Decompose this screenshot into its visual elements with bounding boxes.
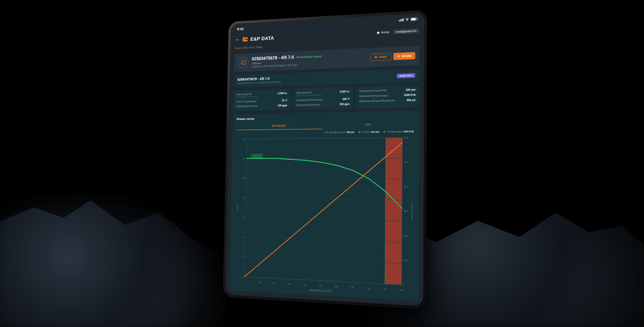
app-title: E&P DATA — [250, 35, 274, 42]
svg-text:60: 60 — [242, 216, 244, 219]
legend-torque: Full load torque: 5200 ft-lb — [384, 130, 414, 133]
gear-icon — [240, 59, 247, 66]
svg-line-9 — [305, 138, 307, 280]
svg-line-25 — [245, 257, 402, 263]
stats-card-operational: Operational Fit(@ Oper. Temp & Mud Swell… — [293, 87, 353, 110]
stat-value: 109 rpm — [406, 88, 416, 91]
breadcrumb-current: 650-73125 - Motor — [244, 46, 262, 49]
stat-value: 200° F — [342, 98, 350, 101]
power-curve-svg: 0100200300400500600700800900100002040608… — [233, 134, 415, 298]
wifi-icon — [405, 18, 409, 21]
share-icon — [397, 55, 400, 58]
svg-text:120: 120 — [243, 157, 245, 160]
certificate-badge: Certificate Issued — [297, 55, 321, 59]
svg-text:200: 200 — [273, 281, 275, 284]
svg-text:0: 0 — [242, 275, 243, 278]
svg-text:20: 20 — [242, 255, 243, 258]
svg-line-5 — [274, 139, 276, 278]
stats-row: Motor Shop Fit(Corrected to 20°C / 68°F)… — [233, 85, 419, 111]
logo-icon — [243, 37, 248, 42]
svg-text:5000: 5000 — [404, 160, 408, 164]
svg-line-3 — [259, 139, 262, 277]
title-main: 62563475678 - 4/5 7.0 Certificate Issued… — [252, 52, 367, 68]
tab-oem[interactable]: OEM — [322, 120, 415, 129]
svg-text:500: 500 — [319, 284, 322, 287]
status-dot-icon — [297, 56, 299, 58]
stat-value: 230 gpm — [278, 104, 287, 107]
stat-sublabel: (@ Oper. Temp & Mud Swell) — [296, 94, 321, 97]
screen: 9:41 ← E&P DATA Home email@gmail.com — [225, 13, 424, 306]
stat-value: 200 gpm — [340, 103, 350, 106]
svg-text:RPM: RPM — [236, 204, 238, 210]
svg-text:Differential Pressure (Psi): Differential Pressure (Psi) — [309, 288, 331, 293]
stat-value: 72° F — [282, 99, 288, 102]
stat-value: 5200 ft-lb — [404, 93, 416, 96]
content: Motors / 650-73125 - Motor 62563475678 -… — [225, 36, 424, 306]
print-label: PRINT — [379, 55, 387, 59]
stats-card-shop: Motor Shop Fit(Corrected to 20°C / 68°F)… — [233, 89, 291, 111]
more-info-button[interactable]: MORE INFO — [397, 73, 415, 78]
motor-avatar — [238, 57, 249, 68]
legend-rpm: Full load: 109 rpm — [358, 131, 380, 133]
tab-optimized[interactable]: OPTIMIZED — [236, 122, 323, 130]
certificate-label: Certificate Issued — [299, 55, 321, 58]
svg-text:4000: 4000 — [404, 185, 408, 188]
home-label: Home — [381, 30, 389, 34]
svg-line-33 — [246, 178, 402, 179]
svg-text:140: 140 — [243, 138, 246, 140]
stat-label: Room Temperature: — [236, 100, 257, 103]
back-arrow-icon[interactable]: ← — [235, 36, 240, 43]
info-header-card: 62563475678 - 4/5 7.0 62563475678 | 4/5 … — [234, 68, 419, 88]
dot-orange-icon — [384, 131, 385, 133]
home-link[interactable]: Home — [377, 30, 389, 35]
breadcrumb-root[interactable]: Motors — [235, 47, 242, 50]
share-button[interactable]: SHARE — [393, 52, 415, 60]
svg-text:80: 80 — [243, 196, 245, 199]
svg-text:6000: 6000 — [404, 136, 408, 139]
svg-text:400: 400 — [303, 283, 306, 286]
chart-title: Power curve — [236, 114, 415, 121]
svg-text:Torque (ft-lb): Torque (ft-lb) — [411, 202, 413, 219]
svg-line-15 — [352, 138, 354, 282]
status-time: 9:41 — [237, 26, 244, 31]
svg-line-13 — [336, 138, 338, 281]
svg-text:1000: 1000 — [403, 259, 407, 262]
print-button[interactable]: PRINT — [371, 53, 391, 61]
stat-sublabel: (Corrected to 20°C / 68°F) — [236, 96, 258, 98]
stat-label: Operational Flow Rate: — [296, 103, 321, 107]
stat-value: 990 psi — [407, 99, 416, 102]
svg-text:1000: 1000 — [399, 288, 404, 291]
svg-text:900: 900 — [383, 287, 386, 291]
svg-text:700: 700 — [351, 285, 354, 289]
stat-value: -0.001 in. — [339, 90, 350, 93]
svg-text:0: 0 — [403, 283, 404, 287]
print-icon — [375, 56, 378, 59]
rock-left — [0, 151, 226, 327]
user-email[interactable]: email@gmail.com — [393, 28, 419, 34]
battery-icon — [411, 17, 417, 21]
status-icons — [399, 17, 417, 21]
svg-rect-0 — [385, 138, 403, 285]
header-right: Home email@gmail.com — [377, 28, 419, 35]
svg-text:40: 40 — [242, 236, 244, 239]
stat-label: Operational Fit — [296, 91, 312, 94]
svg-text:100: 100 — [242, 177, 245, 179]
svg-text:800: 800 — [367, 287, 370, 290]
svg-line-27 — [245, 237, 402, 242]
svg-text:2000: 2000 — [404, 234, 408, 237]
stat-label: Operational Temperature: — [296, 98, 324, 102]
svg-text:0: 0 — [244, 280, 245, 283]
dot-green-icon — [358, 131, 360, 133]
svg-text:600: 600 — [335, 285, 338, 288]
info-title: 62563475678 - 4/5 7.0 — [237, 76, 282, 81]
breadcrumb-sep: / — [242, 47, 243, 49]
flow-rate-tag: 230 GPM — [251, 154, 262, 158]
legend-diff: Full load diff pressure: 990 psi — [324, 131, 354, 134]
svg-line-31 — [246, 197, 402, 200]
info-sub: 62563475678 | 4/5 7.0 | NBR-XR | DYNA-DR… — [237, 81, 281, 85]
signal-icon — [399, 18, 404, 21]
svg-text:3000: 3000 — [404, 209, 408, 213]
stat-label: Optimized full load diff pressure: — [359, 99, 395, 103]
stats-card-optimized: Optimized full load RPM:109 rpm Optimize… — [356, 85, 419, 108]
svg-line-11 — [320, 138, 322, 280]
